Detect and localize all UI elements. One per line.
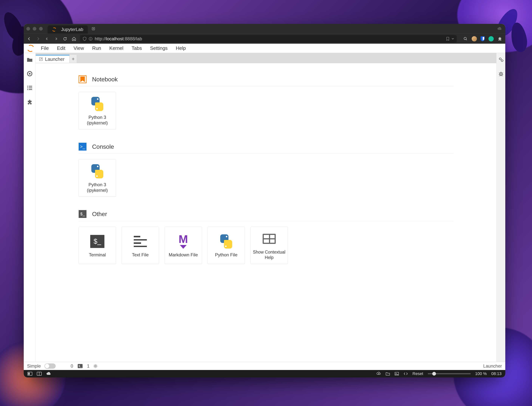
svg-point-22 (396, 373, 396, 374)
document-tabstrip: Launcher + (36, 53, 496, 63)
svg-point-15 (501, 60, 503, 62)
launcher-card-python-file[interactable]: Python File (208, 227, 245, 264)
bitwarden-extension-icon[interactable] (480, 36, 485, 42)
statusbar: Simple 0 $_ 1 Launcher (24, 362, 505, 370)
card-label: Text File (130, 252, 150, 258)
browser-chrome: JupyterLab (24, 24, 505, 44)
launcher-card-terminal[interactable]: $_ Terminal (79, 227, 116, 264)
launcher-card-python3-console[interactable]: Python 3 (ipykernel) (79, 159, 116, 197)
home-button[interactable] (71, 36, 77, 42)
maximize-window-icon[interactable] (39, 27, 43, 31)
profile-avatar[interactable] (472, 36, 477, 41)
menu-view[interactable]: View (69, 45, 88, 51)
grammarly-extension-icon[interactable] (488, 36, 494, 41)
simple-mode-toggle[interactable] (45, 363, 56, 369)
nav-last-button[interactable] (53, 36, 59, 42)
tab-label: Launcher (45, 57, 64, 62)
menu-tabs[interactable]: Tabs (127, 45, 146, 51)
tiling-icon[interactable] (37, 372, 42, 376)
new-tab-button[interactable] (90, 26, 96, 32)
svg-point-11 (27, 89, 28, 90)
debugger-icon[interactable] (498, 71, 504, 77)
shield-icon[interactable] (83, 37, 86, 41)
menu-help[interactable]: Help (172, 45, 190, 51)
info-icon[interactable] (89, 37, 92, 41)
card-label: Show Contextual Help (251, 249, 288, 260)
image-taskbar-icon[interactable] (395, 372, 399, 376)
cloud-status-icon[interactable] (46, 372, 51, 375)
section-title: Console (92, 143, 114, 150)
menubar: File Edit View Run Kernel Tabs Settings … (24, 44, 505, 53)
right-sidebar (496, 53, 505, 362)
workspace-icon[interactable] (28, 372, 32, 376)
close-window-icon[interactable] (26, 27, 30, 31)
address-bar[interactable]: http://localhost:8888/lab (80, 35, 457, 43)
browser-tab-title: JupyterLab (61, 27, 83, 32)
browser-window: JupyterLab (24, 24, 505, 377)
card-label: Terminal (87, 252, 108, 258)
code-taskbar-icon[interactable] (404, 372, 408, 375)
file-browser-icon[interactable] (27, 56, 33, 63)
jupyter-logo-icon[interactable] (27, 44, 35, 52)
svg-point-2 (90, 38, 91, 38)
svg-rect-19 (28, 373, 30, 375)
nav-back-button[interactable] (26, 36, 32, 42)
menu-edit[interactable]: Edit (53, 45, 69, 51)
upload-indicator-icon[interactable] (377, 372, 381, 376)
extensions-menu-icon[interactable] (497, 36, 503, 42)
zoom-slider[interactable] (428, 373, 471, 374)
jupyter-icon (52, 27, 57, 32)
property-inspector-icon[interactable] (498, 56, 504, 63)
launcher-card-python3-notebook[interactable]: Python 3 (ipykernel) (79, 92, 116, 129)
launcher-tab-icon (39, 57, 43, 61)
reset-label[interactable]: Reset (412, 371, 423, 376)
markdown-icon: M (175, 233, 192, 250)
launcher-card-contextual-help[interactable]: Show Contextual Help (250, 227, 288, 264)
nav-first-button[interactable] (44, 36, 50, 42)
table-of-contents-icon[interactable] (27, 85, 33, 91)
menu-kernel[interactable]: Kernel (105, 45, 127, 51)
kernels-idle-count[interactable]: 0 (71, 363, 73, 369)
launcher-card-markdown-file[interactable]: M Markdown File (165, 227, 202, 264)
svg-point-7 (27, 86, 28, 87)
nav-forward-button[interactable] (35, 36, 41, 42)
other-cards: $_ Terminal Text File M Markdown File (79, 227, 453, 264)
reload-button[interactable] (62, 36, 68, 42)
sync-cloud-icon[interactable] (497, 27, 503, 30)
section-header-notebook: Notebook (79, 75, 453, 83)
toolbar-right-icons (463, 36, 503, 42)
divider (79, 221, 453, 221)
launcher-panel: Notebook Python 3 (ipykernel) (36, 63, 496, 362)
browser-tab-jupyterlab[interactable]: JupyterLab (48, 25, 88, 34)
terminals-count[interactable]: 1 (87, 363, 90, 369)
terminal-status-icon[interactable]: $_ (78, 364, 82, 368)
card-label: Markdown File (167, 252, 200, 258)
settings-gear-icon[interactable] (93, 364, 98, 368)
svg-rect-6 (29, 73, 30, 74)
chevron-down-icon[interactable] (451, 38, 454, 40)
minimize-window-icon[interactable] (33, 27, 37, 31)
other-section-icon: $_ (79, 210, 86, 218)
menu-run[interactable]: Run (88, 45, 105, 51)
tab-launcher[interactable]: Launcher (36, 55, 69, 63)
new-launcher-tab-button[interactable]: + (69, 55, 77, 63)
extension-manager-icon[interactable] (27, 99, 33, 105)
running-sessions-icon[interactable] (27, 71, 33, 77)
section-title: Other (92, 211, 107, 218)
folder-taskbar-icon[interactable] (386, 372, 390, 376)
search-icon[interactable] (463, 36, 468, 42)
menu-settings[interactable]: Settings (146, 45, 172, 51)
bookmark-icon[interactable] (446, 37, 449, 41)
window-controls[interactable] (26, 27, 43, 31)
status-mode-label[interactable]: Launcher (483, 363, 502, 369)
os-taskbar: Reset 100 % 08:13 (24, 370, 505, 377)
menu-file[interactable]: File (37, 45, 53, 51)
clock-label: 08:13 (491, 371, 502, 376)
card-label: Python 3 (ipykernel) (85, 115, 110, 126)
section-header-console: >_ Console (79, 143, 453, 151)
section-title: Notebook (92, 76, 118, 83)
svg-rect-10 (29, 87, 32, 88)
python-icon (89, 95, 106, 112)
svg-point-4 (464, 37, 466, 40)
launcher-card-text-file[interactable]: Text File (122, 227, 159, 264)
